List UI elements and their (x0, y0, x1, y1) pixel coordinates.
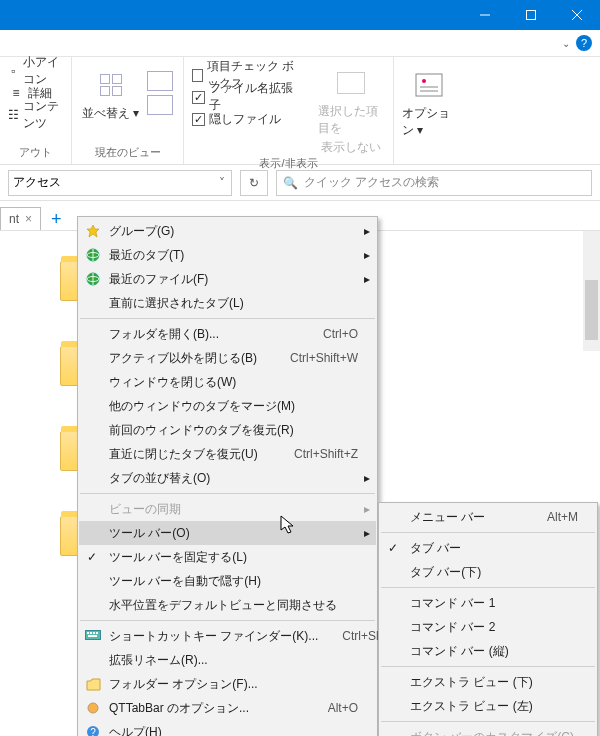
minimize-button[interactable] (462, 0, 508, 30)
ribbon-group-showhide: 項目チェック ボックス ファイル名拡張子 隠しファイル 選択した項目を 表示しな… (184, 57, 394, 164)
menu-item-label: タブ バー(下) (410, 564, 481, 581)
menu-item-label: ビューの同期 (109, 501, 181, 518)
hide-selected-button: 選択した項目を 表示しない (318, 65, 385, 156)
svg-point-21 (88, 703, 98, 713)
checkbox-icon (192, 113, 205, 126)
dropdown-icon[interactable]: ˅ (213, 176, 231, 190)
layout-content[interactable]: ☷コンテンツ (8, 105, 63, 125)
menu-item[interactable]: タブの並び替え(O)▸ (79, 466, 376, 490)
menu-item[interactable]: ツール バーを自動で隠す(H) (79, 569, 376, 593)
submenu-arrow-icon: ▸ (364, 272, 370, 286)
small-icons-icon: ▫ (8, 63, 19, 79)
menu-item[interactable]: 他のウィンドウのタブをマージ(M) (79, 394, 376, 418)
menu-item: ボタン バーのカスタマイズ(C)... (380, 725, 596, 736)
menu-item[interactable]: ?ヘルプ(H) (79, 720, 376, 736)
menu-item-label: ツール バー(O) (109, 525, 190, 542)
options-button[interactable]: オプション ▾ (402, 67, 456, 139)
menu-item[interactable]: 最近のファイル(F)▸ (79, 267, 376, 291)
menu-item[interactable]: QTTabBar のオプション...Alt+O (79, 696, 376, 720)
menu-item-label: 拡張リネーム(R)... (109, 652, 208, 669)
menu-item-label: 最近のファイル(F) (109, 271, 208, 288)
layout-small-icons[interactable]: ▫小アイコン (8, 61, 63, 81)
menu-item[interactable]: 直近に閉じたタブを復元(U)Ctrl+Shift+Z (79, 442, 376, 466)
sort-button[interactable]: 並べ替え ▾ (82, 67, 139, 122)
menu-item[interactable]: フォルダー オプション(F)... (79, 672, 376, 696)
search-icon: 🔍 (283, 176, 298, 190)
search-box[interactable]: 🔍 クイック アクセスの検索 (276, 170, 592, 196)
menu-item-label: タブの並び替え(O) (109, 470, 210, 487)
context-menu-toolbar: メニュー バーAlt+M✓タブ バータブ バー(下)コマンド バー 1コマンド … (378, 502, 598, 736)
menu-item-label: ウィンドウを閉じる(W) (109, 374, 236, 391)
svg-rect-18 (93, 632, 95, 634)
refresh-button[interactable]: ↻ (240, 170, 268, 196)
menu-item-label: グループ(G) (109, 223, 174, 240)
svg-marker-8 (87, 225, 99, 237)
menu-item[interactable]: 水平位置をデフォルトビューと同期させる (79, 593, 376, 617)
menu-item-label: メニュー バー (410, 509, 485, 526)
add-column-button[interactable] (147, 71, 173, 91)
menu-item[interactable]: 直前に選択されたタブ(L) (79, 291, 376, 315)
menu-item[interactable]: コマンド バー 1 (380, 591, 596, 615)
help-icon[interactable]: ? (576, 35, 592, 51)
menu-item[interactable]: タブ バー(下) (380, 560, 596, 584)
menu-item[interactable]: ツール バー(O)▸ (79, 521, 376, 545)
menu-item[interactable]: コマンド バー 2 (380, 615, 596, 639)
close-tab-icon[interactable]: × (25, 212, 32, 226)
menu-item-label: タブ バー (410, 540, 461, 557)
submenu-arrow-icon: ▸ (364, 224, 370, 238)
menu-item[interactable]: 拡張リネーム(R)... (79, 648, 376, 672)
menu-item[interactable]: フォルダを開く(B)...Ctrl+O (79, 322, 376, 346)
maximize-button[interactable] (508, 0, 554, 30)
ribbon-group-showhide-label: 表示/非表示 (259, 156, 317, 173)
menu-item-label: コマンド バー 1 (410, 595, 495, 612)
menu-item[interactable]: 前回のウィンドウのタブを復元(R) (79, 418, 376, 442)
menu-item-label: ボタン バーのカスタマイズ(C)... (410, 729, 584, 737)
tab-item[interactable]: nt × (0, 207, 41, 230)
menu-shortcut: Alt+O (304, 701, 358, 715)
menu-item-label: 直前に選択されたタブ(L) (109, 295, 244, 312)
scrollbar-thumb[interactable] (585, 280, 598, 340)
new-tab-button[interactable]: + (41, 209, 72, 230)
menu-item-label: ツール バーを固定する(L) (109, 549, 247, 566)
menu-item[interactable]: グループ(G)▸ (79, 219, 376, 243)
gear-icon (85, 700, 101, 716)
menu-item[interactable]: アクティブ以外を閉じる(B)Ctrl+Shift+W (79, 346, 376, 370)
ribbon-group-layout: ▫小アイコン ≡詳細 ☷コンテンツ アウト (0, 57, 72, 164)
menu-item[interactable]: ✓ツール バーを固定する(L) (79, 545, 376, 569)
svg-rect-16 (87, 632, 89, 634)
menu-item[interactable]: ショートカットキー ファインダー(K)...Ctrl+Shift+P (79, 624, 376, 648)
checkbox-icon (192, 91, 205, 104)
menu-item-label: ヘルプ(H) (109, 724, 162, 737)
menu-shortcut: Ctrl+O (299, 327, 358, 341)
context-menu-main: グループ(G)▸最近のタブ(T)▸最近のファイル(F)▸直前に選択されたタブ(L… (77, 216, 378, 736)
ribbon-group-view: 並べ替え ▾ 現在のビュー (72, 57, 184, 164)
close-button[interactable] (554, 0, 600, 30)
address-input[interactable] (13, 172, 213, 194)
menu-item[interactable]: エクストラ ビュー (下) (380, 670, 596, 694)
address-box[interactable]: ˅ (8, 170, 232, 196)
menu-item[interactable]: ウィンドウを閉じる(W) (79, 370, 376, 394)
menu-item[interactable]: ✓タブ バー (380, 536, 596, 560)
checkbox-file-ext[interactable]: ファイル名拡張子 (192, 87, 304, 107)
ribbon-collapse-icon[interactable]: ⌄ (562, 38, 570, 49)
globe-icon (85, 271, 101, 287)
titlebar (0, 0, 600, 30)
menu-item[interactable]: メニュー バーAlt+M (380, 505, 596, 529)
size-column-button[interactable] (147, 95, 173, 115)
checkbox-icon (192, 69, 203, 82)
menu-item[interactable]: エクストラ ビュー (左) (380, 694, 596, 718)
menu-item-label: コマンド バー (縦) (410, 643, 509, 660)
submenu-arrow-icon: ▸ (364, 502, 370, 516)
menu-item: ビューの同期▸ (79, 497, 376, 521)
menu-item-label: 前回のウィンドウのタブを復元(R) (109, 422, 294, 439)
menu-item-label: 最近のタブ(T) (109, 247, 184, 264)
menu-shortcut: Ctrl+Shift+Z (270, 447, 358, 461)
menu-item-label: エクストラ ビュー (下) (410, 674, 533, 691)
menu-item[interactable]: コマンド バー (縦) (380, 639, 596, 663)
menu-item-label: QTTabBar のオプション... (109, 700, 249, 717)
menu-item[interactable]: 最近のタブ(T)▸ (79, 243, 376, 267)
menu-item-label: フォルダー オプション(F)... (109, 676, 258, 693)
checkbox-hidden-files[interactable]: 隠しファイル (192, 109, 304, 129)
options-icon (411, 67, 447, 103)
svg-point-5 (422, 79, 426, 83)
